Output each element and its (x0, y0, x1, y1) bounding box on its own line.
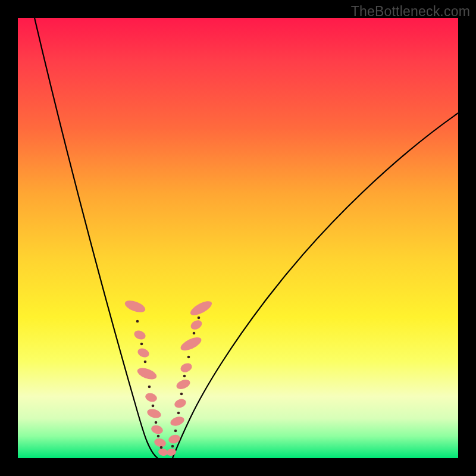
marker-bead (179, 362, 193, 374)
marker-bead (175, 378, 191, 391)
marker-bead (178, 334, 203, 353)
marker-joint (140, 343, 143, 346)
marker-joint (148, 386, 151, 389)
marker-joint (136, 320, 139, 323)
marker-joint (157, 435, 160, 438)
chart-frame (18, 18, 458, 458)
marker-bead (133, 329, 147, 341)
left-curve (35, 18, 158, 458)
marker-joint (174, 430, 177, 433)
marker-joint (160, 446, 163, 449)
marker-joint (193, 332, 196, 335)
marker-joint (183, 375, 186, 378)
marker-bead (166, 447, 177, 456)
watermark-text: TheBottleneck.com (351, 4, 470, 20)
marker-bead (146, 408, 162, 419)
marker-joint (177, 412, 180, 415)
marker-bead (150, 424, 164, 436)
marker-joint (144, 361, 147, 364)
marker-bead (169, 415, 185, 428)
marker-joint (155, 421, 158, 424)
marker-bead (136, 366, 158, 382)
marker-bead (123, 298, 146, 314)
marker-joint (187, 356, 190, 359)
right-curve (173, 113, 458, 458)
marker-joint (180, 393, 183, 396)
marker-joint (152, 405, 155, 408)
marker-bead (173, 397, 187, 409)
marker-bead (144, 392, 158, 403)
marker-bead (136, 347, 151, 359)
chart-svg (18, 18, 458, 458)
markers (123, 298, 214, 456)
marker-joint (198, 317, 201, 320)
marker-bead (154, 437, 167, 448)
marker-bead (189, 318, 203, 331)
marker-bead (189, 299, 214, 318)
marker-joint (171, 445, 174, 448)
